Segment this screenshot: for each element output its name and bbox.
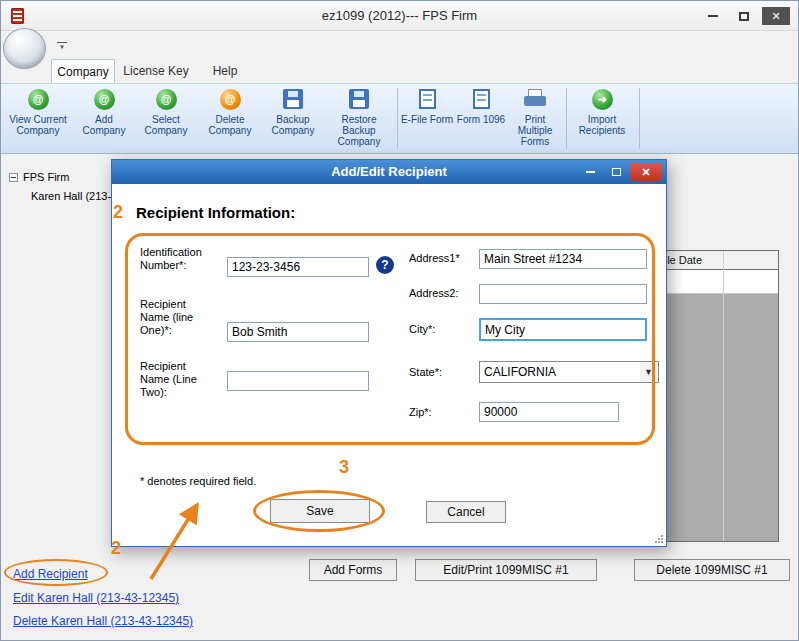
- app-window: ez1099 (2012)--- FPS Firm ✕ ▾ Company Li…: [0, 0, 799, 641]
- restore-backup-icon: [349, 89, 369, 109]
- identification-number-input[interactable]: [227, 257, 369, 277]
- backup-company-button[interactable]: Backup Company: [262, 87, 324, 151]
- cancel-button[interactable]: Cancel: [426, 501, 506, 523]
- annotation-step-3: 3: [339, 457, 349, 478]
- backup-company-icon: [283, 89, 303, 109]
- delete-company-button[interactable]: @ Delete Company: [199, 87, 261, 151]
- dialog-minimize-button[interactable]: [578, 163, 602, 181]
- delete-1099misc-button[interactable]: Delete 1099MISC #1: [634, 559, 790, 581]
- tree-item-fps-firm[interactable]: FPS Firm: [23, 171, 69, 183]
- titlebar: ez1099 (2012)--- FPS Firm ✕: [1, 1, 798, 31]
- efile-form-icon: [419, 89, 436, 109]
- delete-company-icon: @: [220, 89, 241, 110]
- ribbon-separator: [639, 88, 640, 149]
- select-company-button[interactable]: @ Select Company: [135, 87, 197, 151]
- dialog-maximize-button[interactable]: [604, 163, 628, 181]
- form-1096-button[interactable]: Form 1096: [456, 87, 506, 151]
- minimize-button[interactable]: [700, 7, 726, 25]
- print-multiple-forms-button[interactable]: Print Multiple Forms: [507, 87, 563, 151]
- state-select[interactable]: CALIFORNIA ▼: [479, 361, 659, 383]
- print-multiple-forms-icon: [524, 89, 546, 109]
- city-label: City*:: [409, 323, 435, 336]
- recipient-name-one-input[interactable]: [227, 322, 369, 342]
- restore-backup-company-button[interactable]: Restore Backup Company: [325, 87, 393, 151]
- import-recipients-button[interactable]: ➜ Import Recipients: [569, 87, 635, 151]
- minimize-icon: [586, 171, 595, 173]
- add-company-button[interactable]: @ Add Company: [75, 87, 133, 151]
- maximize-button[interactable]: [731, 7, 757, 25]
- zip-label: Zip*:: [409, 406, 432, 419]
- edit-print-1099misc-button[interactable]: Edit/Print 1099MISC #1: [415, 559, 597, 581]
- view-current-company-label: View Current Company: [5, 114, 71, 136]
- dialog-titlebar[interactable]: Add/Edit Recipient ✕: [112, 160, 666, 184]
- help-icon[interactable]: ?: [376, 256, 394, 274]
- address1-input[interactable]: [479, 249, 647, 269]
- efile-form-button[interactable]: E-File Form: [400, 87, 454, 151]
- import-recipients-icon: ➜: [592, 89, 613, 110]
- delete-company-label: Delete Company: [199, 114, 261, 136]
- ribbon: @ View Current Company @ Add Company @ S…: [1, 83, 798, 154]
- tab-license-key[interactable]: License Key: [115, 59, 197, 83]
- efile-form-label: E-File Form: [401, 114, 453, 125]
- maximize-icon: [739, 12, 749, 21]
- zip-input[interactable]: [479, 402, 619, 422]
- application-menu-button[interactable]: [3, 28, 46, 69]
- form-1096-label: Form 1096: [457, 114, 505, 125]
- address2-input[interactable]: [479, 284, 647, 304]
- state-select-value: CALIFORNIA: [484, 365, 556, 379]
- print-multiple-forms-label: Print Multiple Forms: [507, 114, 563, 147]
- add-edit-recipient-dialog: Add/Edit Recipient ✕ Recipient Informati…: [111, 159, 667, 547]
- save-button[interactable]: Save: [270, 499, 370, 523]
- dialog-resize-grip[interactable]: [653, 533, 663, 543]
- grid-column-divider: [723, 251, 724, 541]
- address2-label: Address2:: [409, 287, 459, 300]
- recipient-name-two-input[interactable]: [227, 371, 369, 391]
- add-company-label: Add Company: [75, 114, 133, 136]
- edit-karen-hall-link[interactable]: Edit Karen Hall (213-43-12345): [13, 591, 179, 605]
- tab-company[interactable]: Company: [51, 59, 115, 83]
- quick-access-dropdown[interactable]: ▾: [55, 40, 69, 54]
- dialog-close-button[interactable]: ✕: [630, 163, 662, 181]
- tree-expander[interactable]: [9, 173, 18, 182]
- ribbon-separator: [397, 88, 398, 149]
- required-field-note: * denotes required field.: [140, 475, 256, 487]
- recipient-information-heading: Recipient Information:: [136, 204, 295, 221]
- recipient-name-two-label: Recipient Name (Line Two):: [140, 360, 210, 399]
- view-current-company-button[interactable]: @ View Current Company: [5, 87, 71, 151]
- annotation-step-2-top: 2: [113, 202, 123, 223]
- restore-backup-label: Restore Backup Company: [325, 114, 393, 147]
- recipient-name-one-label: Recipient Name (line One)*:: [140, 298, 210, 337]
- import-recipients-label: Import Recipients: [569, 114, 635, 136]
- chevron-down-icon: ▾: [55, 43, 69, 50]
- dialog-controls: ✕: [578, 163, 662, 181]
- select-company-label: Select Company: [135, 114, 197, 136]
- add-recipient-link[interactable]: Add Recipient: [13, 567, 88, 581]
- minimize-icon: [708, 15, 718, 17]
- state-label: State*:: [409, 366, 442, 379]
- form-1096-icon: [473, 89, 490, 109]
- city-input[interactable]: [479, 318, 647, 341]
- close-button[interactable]: ✕: [762, 7, 790, 25]
- tab-help[interactable]: Help: [197, 59, 253, 83]
- maximize-icon: [612, 168, 621, 176]
- ribbon-tab-strip: Company License Key Help: [1, 59, 798, 83]
- window-title: ez1099 (2012)--- FPS Firm: [1, 1, 798, 31]
- add-forms-button[interactable]: Add Forms: [309, 559, 397, 581]
- annotation-step-2-bottom: 2: [111, 538, 121, 559]
- view-current-company-icon: @: [28, 89, 49, 110]
- add-company-icon: @: [94, 89, 115, 110]
- ribbon-separator: [566, 88, 567, 149]
- select-company-icon: @: [156, 89, 177, 110]
- chevron-down-icon: ▼: [640, 363, 657, 381]
- delete-karen-hall-link[interactable]: Delete Karen Hall (213-43-12345): [13, 614, 193, 628]
- window-controls: ✕: [700, 7, 790, 25]
- backup-company-label: Backup Company: [262, 114, 324, 136]
- identification-number-label: Identification Number*:: [140, 246, 220, 272]
- address1-label: Address1*: [409, 252, 460, 265]
